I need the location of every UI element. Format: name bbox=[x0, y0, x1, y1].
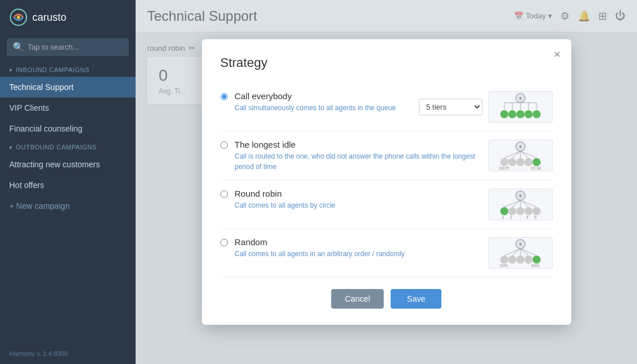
search-bar[interactable]: 🔍 bbox=[7, 38, 129, 56]
svg-line-31 bbox=[504, 200, 520, 207]
new-campaign-link[interactable]: + New campaign bbox=[0, 196, 136, 216]
svg-text:5: 5 bbox=[534, 215, 537, 219]
carusto-logo-icon bbox=[9, 8, 28, 27]
svg-point-22 bbox=[500, 158, 508, 166]
svg-line-18 bbox=[512, 151, 520, 158]
svg-text:4: 4 bbox=[526, 215, 529, 219]
svg-line-32 bbox=[512, 200, 520, 207]
svg-line-17 bbox=[504, 151, 520, 158]
outbound-section-header[interactable]: ▾ OUTBOUND CAMPAIGNS bbox=[0, 139, 136, 154]
svg-point-25 bbox=[524, 158, 533, 166]
svg-text:2: 2 bbox=[510, 215, 512, 219]
svg-text:+: + bbox=[519, 95, 522, 102]
svg-point-53 bbox=[508, 256, 516, 264]
radio-random[interactable] bbox=[220, 239, 228, 246]
option-longest-idle: The longest idle Call is routed to the o… bbox=[220, 132, 553, 181]
option-desc-random: Call comes to all agents in an arbitrary… bbox=[235, 249, 481, 259]
svg-line-21 bbox=[520, 151, 537, 158]
modal-overlay: Strategy × Call everybody Call simultane… bbox=[136, 0, 637, 364]
svg-point-54 bbox=[516, 256, 524, 264]
svg-point-38 bbox=[516, 207, 524, 215]
outbound-section-label: OUTBOUND CAMPAIGNS bbox=[16, 144, 97, 151]
tier-select[interactable]: 1 tier 2 tiers 3 tiers 4 tiers 5 tiers bbox=[419, 99, 482, 115]
sidebar-item-vip-clients[interactable]: VIP Clients bbox=[0, 97, 136, 118]
sidebar-item-hot-offers[interactable]: Hot offers bbox=[0, 175, 136, 196]
inbound-section-header[interactable]: ▾ INBOUND CAMPAIGNS bbox=[0, 62, 136, 77]
svg-text:1: 1 bbox=[502, 215, 504, 219]
svg-point-23 bbox=[508, 158, 516, 166]
option-title-longest-idle: The longest idle bbox=[235, 140, 481, 149]
radio-longest-idle[interactable] bbox=[220, 141, 228, 149]
svg-text:+: + bbox=[519, 241, 522, 247]
svg-line-20 bbox=[520, 151, 529, 158]
random-diagram: + 30% 84% bbox=[488, 237, 553, 269]
svg-line-48 bbox=[512, 249, 520, 256]
option-desc-longest-idle: Call is routed to the one, who did not a… bbox=[235, 151, 481, 172]
logo-text: carusto bbox=[32, 12, 66, 24]
search-input[interactable] bbox=[28, 43, 123, 51]
logo: carusto bbox=[0, 0, 136, 35]
svg-line-51 bbox=[520, 249, 537, 256]
svg-text:+: + bbox=[519, 144, 522, 150]
svg-text:+: + bbox=[519, 193, 522, 199]
option-desc-round-robin: Call comes to all agents by circle bbox=[235, 200, 481, 211]
radio-round-robin[interactable] bbox=[220, 190, 228, 198]
option-title-round-robin: Round robin bbox=[235, 189, 481, 198]
sidebar: carusto 🔍 ▾ INBOUND CAMPAIGNS Technical … bbox=[0, 0, 136, 364]
svg-text:00:05: 00:05 bbox=[499, 166, 509, 170]
svg-point-40 bbox=[533, 207, 541, 215]
svg-text:84%: 84% bbox=[531, 264, 539, 268]
svg-line-47 bbox=[504, 249, 520, 256]
svg-point-56 bbox=[533, 256, 541, 264]
radio-call-everybody[interactable] bbox=[220, 93, 228, 100]
svg-point-52 bbox=[500, 256, 508, 264]
sidebar-item-technical-support[interactable]: Technical Support bbox=[0, 77, 136, 97]
svg-point-12 bbox=[516, 110, 524, 118]
svg-point-13 bbox=[524, 110, 533, 118]
option-title-call-everybody: Call everybody bbox=[235, 91, 412, 101]
svg-line-35 bbox=[520, 200, 537, 207]
chevron-icon: ▾ bbox=[9, 67, 13, 73]
call-everybody-diagram: + bbox=[488, 91, 553, 123]
option-call-everybody: Call everybody Call simultaneously comes… bbox=[220, 83, 553, 132]
svg-point-24 bbox=[516, 158, 524, 166]
option-desc-call-everybody: Call simultaneously comes to all agents … bbox=[235, 103, 412, 113]
svg-text:30%: 30% bbox=[500, 264, 508, 268]
svg-point-10 bbox=[500, 110, 508, 118]
round-robin-diagram: + 1 2 4 bbox=[488, 189, 553, 220]
search-icon: 🔍 bbox=[13, 42, 24, 52]
inbound-section-label: INBOUND CAMPAIGNS bbox=[16, 66, 89, 73]
dialog-title: Strategy bbox=[220, 55, 553, 70]
option-round-robin: Round robin Call comes to all agents by … bbox=[220, 181, 553, 229]
svg-point-55 bbox=[524, 256, 533, 264]
svg-point-26 bbox=[533, 158, 541, 166]
svg-line-50 bbox=[520, 249, 529, 256]
chevron-icon-outbound: ▾ bbox=[9, 144, 13, 151]
svg-text:02:34: 02:34 bbox=[531, 166, 541, 170]
svg-point-11 bbox=[508, 110, 516, 118]
dialog-footer: Cancel Save bbox=[220, 289, 553, 309]
version-label: Harmony v. 1.4.8000 bbox=[0, 343, 136, 364]
svg-point-37 bbox=[508, 207, 516, 215]
cancel-button[interactable]: Cancel bbox=[331, 289, 384, 309]
svg-point-14 bbox=[533, 110, 541, 118]
svg-point-36 bbox=[500, 207, 508, 215]
sidebar-item-attracting[interactable]: Attracting new customers bbox=[0, 154, 136, 175]
main-content: Technical Support 📅 Today ▾ ⚙ 🔔 ⊞ ⏻ roun… bbox=[136, 0, 637, 364]
svg-point-1 bbox=[17, 16, 20, 19]
svg-point-39 bbox=[524, 207, 533, 215]
sidebar-item-financial-counseling[interactable]: Financial counseling bbox=[0, 118, 136, 139]
save-button[interactable]: Save bbox=[391, 289, 441, 309]
strategy-dialog: Strategy × Call everybody Call simultane… bbox=[202, 39, 571, 325]
longest-idle-diagram: + 00:05 02:34 bbox=[488, 140, 553, 171]
option-random: Random Call comes to all agents in an ar… bbox=[220, 229, 553, 277]
svg-line-34 bbox=[520, 200, 529, 207]
close-button[interactable]: × bbox=[554, 48, 561, 60]
option-title-random: Random bbox=[235, 237, 481, 247]
